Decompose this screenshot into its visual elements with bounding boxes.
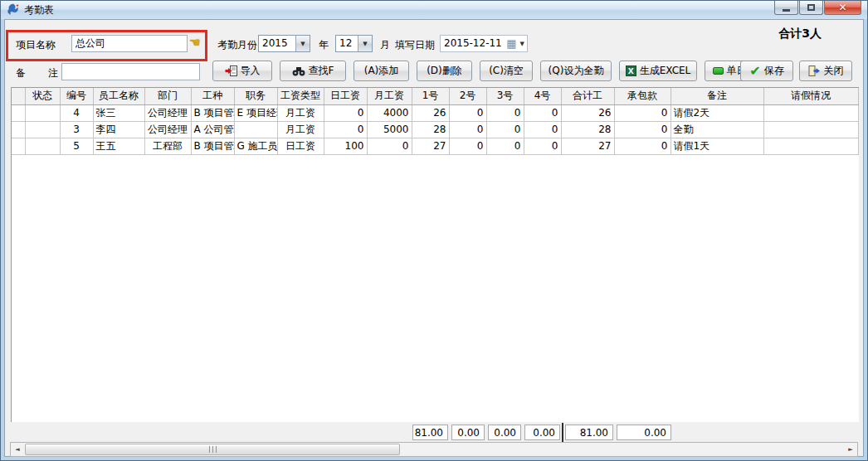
hand-pointer-icon[interactable]: ☚	[189, 35, 200, 50]
import-button[interactable]: 导入	[212, 61, 272, 81]
project-name-input[interactable]	[71, 35, 188, 52]
cell-employee-name[interactable]: 王五	[93, 138, 144, 154]
cell-monthly-wage[interactable]: 5000	[367, 121, 412, 138]
cell-id[interactable]: 5	[60, 138, 93, 154]
scroll-left-button[interactable]: ◄	[11, 443, 24, 456]
cell-leave[interactable]	[763, 121, 858, 138]
cell-total-work[interactable]: 27	[561, 138, 614, 154]
cell-work-type[interactable]: B 项目管理	[191, 104, 234, 121]
cell-total-work[interactable]: 28	[561, 121, 614, 138]
col-wage-type[interactable]: 工资类型	[277, 88, 324, 104]
col-contract[interactable]: 承包款	[614, 88, 671, 104]
cell-contract[interactable]: 0	[614, 121, 671, 138]
table-row[interactable]: 3 李四 公司经理 A 公司管理 月工资 0 5000 28 0 0 0 28 …	[12, 121, 858, 138]
cell-employee-name[interactable]: 李四	[93, 121, 144, 138]
col-day1[interactable]: 1号	[412, 88, 449, 104]
col-daily-wage[interactable]: 日工资	[324, 88, 367, 104]
cell-wage-type[interactable]: 月工资	[277, 121, 324, 138]
cell-day3[interactable]: 0	[486, 104, 524, 121]
attendance-grid[interactable]: 状态 编号 员工名称 部门 工种 职务 工资类型 日工资 月工资 1号 2号 3…	[11, 87, 859, 422]
delete-button[interactable]: (D)删除	[417, 61, 472, 81]
cell-id[interactable]: 4	[60, 104, 93, 121]
col-note[interactable]: 备注	[671, 88, 763, 104]
col-work-type[interactable]: 工种	[191, 88, 234, 104]
table-row[interactable]: 5 王五 工程部 B 项目管理 G 施工员 日工资 100 0 27 0 0 0…	[12, 138, 858, 154]
cell-day2[interactable]: 0	[449, 121, 486, 138]
fill-date-picker[interactable]: 2015-12-11 ▦ ▼	[440, 35, 528, 52]
month-select[interactable]: 12 ▼	[335, 35, 373, 52]
cell-leave[interactable]	[763, 104, 858, 121]
col-position[interactable]: 职务	[234, 88, 277, 104]
minimize-button[interactable]	[774, 1, 798, 15]
cell-day4[interactable]: 0	[524, 121, 561, 138]
cell-note[interactable]: 请假2天	[671, 104, 763, 121]
horizontal-scrollbar[interactable]: ◄ ►	[10, 442, 858, 457]
cell-note[interactable]: 全勤	[671, 121, 763, 138]
scrollbar-thumb[interactable]	[25, 444, 400, 455]
col-monthly-wage[interactable]: 月工资	[367, 88, 412, 104]
scroll-right-button[interactable]: ►	[844, 443, 857, 456]
cell-day4[interactable]: 0	[524, 138, 561, 154]
cell-daily-wage[interactable]: 0	[324, 121, 367, 138]
cell-department[interactable]: 公司经理	[144, 104, 191, 121]
row-indicator[interactable]	[12, 121, 25, 138]
col-leave[interactable]: 请假情况	[763, 88, 858, 104]
date-dropdown-icon[interactable]: ▼	[518, 36, 527, 51]
col-status[interactable]: 状态	[25, 88, 60, 104]
col-day4[interactable]: 4号	[524, 88, 561, 104]
cell-wage-type[interactable]: 日工资	[277, 138, 324, 154]
row-indicator[interactable]	[12, 104, 25, 121]
cell-position[interactable]	[234, 121, 277, 138]
col-day2[interactable]: 2号	[449, 88, 486, 104]
cell-day2[interactable]: 0	[449, 104, 486, 121]
maximize-button[interactable]	[799, 1, 823, 15]
cell-status[interactable]	[25, 138, 60, 154]
note-input[interactable]	[61, 63, 200, 80]
month-dropdown-icon[interactable]: ▼	[358, 36, 372, 51]
cell-monthly-wage[interactable]: 0	[367, 138, 412, 154]
cell-note[interactable]: 请假1天	[671, 138, 763, 154]
cell-status[interactable]	[25, 104, 60, 121]
cell-daily-wage[interactable]: 0	[324, 104, 367, 121]
cell-work-type[interactable]: B 项目管理	[191, 138, 234, 154]
cell-work-type[interactable]: A 公司管理	[191, 121, 234, 138]
cell-contract[interactable]: 0	[614, 104, 671, 121]
cell-status[interactable]	[25, 121, 60, 138]
col-day3[interactable]: 3号	[486, 88, 524, 104]
cell-daily-wage[interactable]: 100	[324, 138, 367, 154]
col-id[interactable]: 编号	[60, 88, 93, 104]
cell-total-work[interactable]: 26	[561, 104, 614, 121]
cell-day1[interactable]: 28	[412, 121, 449, 138]
find-button[interactable]: 查找F	[280, 61, 346, 81]
year-dropdown-icon[interactable]: ▼	[295, 36, 310, 51]
cell-position[interactable]: G 施工员	[234, 138, 277, 154]
cell-leave[interactable]	[763, 138, 858, 154]
cell-day2[interactable]: 0	[449, 138, 486, 154]
close-window-button[interactable]: ✕	[824, 1, 861, 15]
col-department[interactable]: 部门	[144, 88, 191, 104]
calendar-icon[interactable]: ▦	[506, 37, 516, 50]
cell-department[interactable]: 工程部	[144, 138, 191, 154]
generate-excel-button[interactable]: X 生成EXCEL	[619, 61, 697, 81]
cell-contract[interactable]: 0	[614, 138, 671, 154]
cell-day4[interactable]: 0	[524, 104, 561, 121]
add-button[interactable]: (A)添加	[354, 61, 409, 81]
col-total-work[interactable]: 合计工	[561, 88, 614, 104]
row-indicator[interactable]	[12, 138, 25, 154]
clear-button[interactable]: (C)清空	[480, 61, 533, 81]
cell-position[interactable]: E 项目经理	[234, 104, 277, 121]
set-full-attendance-button[interactable]: (Q)设为全勤	[540, 61, 612, 81]
cell-monthly-wage[interactable]: 4000	[367, 104, 412, 121]
cell-day3[interactable]: 0	[486, 121, 524, 138]
cell-wage-type[interactable]: 月工资	[277, 104, 324, 121]
year-select[interactable]: 2015 ▼	[258, 35, 310, 52]
cell-id[interactable]: 3	[60, 121, 93, 138]
cell-employee-name[interactable]: 张三	[93, 104, 144, 121]
cell-day1[interactable]: 27	[412, 138, 449, 154]
close-button[interactable]: 关闭	[799, 61, 852, 81]
cell-department[interactable]: 公司经理	[144, 121, 191, 138]
save-button[interactable]: ✔ 保存	[740, 61, 793, 81]
cell-day3[interactable]: 0	[486, 138, 524, 154]
col-employee-name[interactable]: 员工名称	[93, 88, 144, 104]
table-row[interactable]: 4 张三 公司经理 B 项目管理 E 项目经理 月工资 0 4000 26 0 …	[12, 104, 858, 121]
